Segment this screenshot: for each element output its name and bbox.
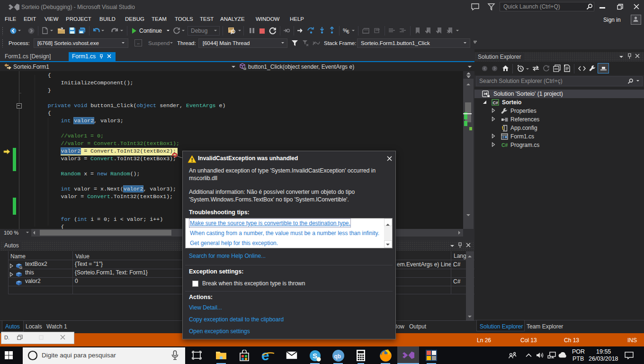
svg-text:6: 6 bbox=[347, 29, 349, 34]
svg-text:C#: C# bbox=[493, 100, 499, 105]
svg-text:C#: C# bbox=[501, 142, 508, 148]
svg-text:qb: qb bbox=[334, 353, 341, 360]
svg-text:S: S bbox=[313, 352, 317, 360]
